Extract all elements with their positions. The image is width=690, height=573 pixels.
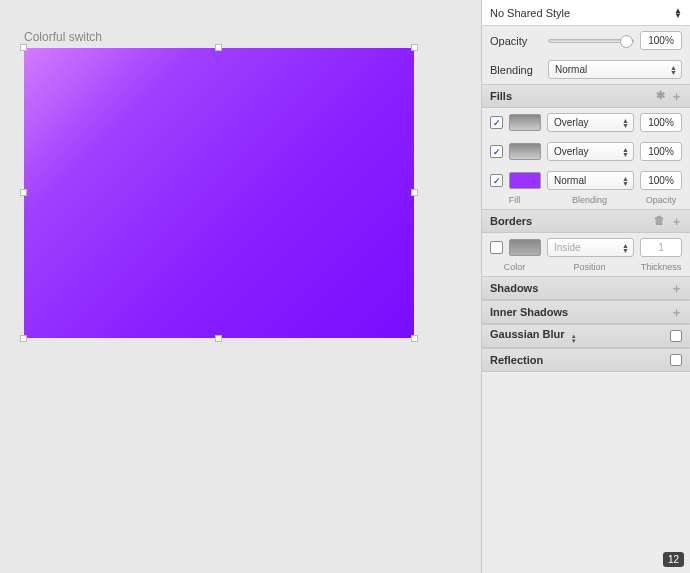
resize-handle-bottom-left[interactable] xyxy=(20,335,27,342)
opacity-slider[interactable] xyxy=(548,39,634,43)
shared-style-dropdown[interactable]: No Shared Style ▲▼ xyxy=(482,0,690,26)
inner-shadows-section-header: Inner Shadows ＋ xyxy=(482,300,690,324)
blending-dropdown[interactable]: Normal ▲▼ xyxy=(548,60,682,79)
opacity-row: Opacity 100% xyxy=(482,26,690,55)
chevron-updown-icon: ▲▼ xyxy=(622,147,629,157)
shadows-header-label: Shadows xyxy=(490,282,538,294)
fill-opacity-field[interactable]: 100% xyxy=(640,171,682,190)
fill-row-1: ✓ Overlay▲▼ 100% xyxy=(482,137,690,166)
resize-handle-mid-left[interactable] xyxy=(20,189,27,196)
blending-value: Normal xyxy=(555,64,587,75)
blur-checkbox[interactable] xyxy=(670,330,682,342)
fill-checkbox[interactable]: ✓ xyxy=(490,116,503,129)
opacity-value-field[interactable]: 100% xyxy=(640,31,682,50)
border-checkbox[interactable] xyxy=(490,241,503,254)
opacity-label: Opacity xyxy=(490,35,542,47)
fill-swatch[interactable] xyxy=(509,114,541,131)
border-color-swatch[interactable] xyxy=(509,239,541,256)
border-thickness-field[interactable]: 1 xyxy=(640,238,682,257)
fill-blend-dropdown[interactable]: Overlay▲▼ xyxy=(547,113,634,132)
shadows-section-header: Shadows ＋ xyxy=(482,276,690,300)
fill-swatch[interactable] xyxy=(509,172,541,189)
plus-icon[interactable]: ＋ xyxy=(671,281,682,296)
slider-thumb[interactable] xyxy=(620,35,633,48)
resize-handle-bottom-mid[interactable] xyxy=(215,335,222,342)
plus-icon[interactable]: ＋ xyxy=(671,89,682,104)
chevron-updown-icon: ▲▼ xyxy=(622,118,629,128)
inspector-panel: No Shared Style ▲▼ Opacity 100% Blending… xyxy=(481,0,690,573)
fill-blend-dropdown[interactable]: Normal▲▼ xyxy=(547,171,634,190)
fill-checkbox[interactable]: ✓ xyxy=(490,145,503,158)
fill-row-0: ✓ Overlay▲▼ 100% xyxy=(482,108,690,137)
borders-header-label: Borders xyxy=(490,215,532,227)
canvas-area[interactable]: Colorful switch xyxy=(0,0,481,573)
gaussian-blur-header-label: Gaussian Blur xyxy=(490,328,565,340)
border-position-dropdown[interactable]: Inside▲▼ xyxy=(547,238,634,257)
shared-style-value: No Shared Style xyxy=(490,7,570,19)
chevron-updown-icon: ▲▼ xyxy=(622,176,629,186)
borders-column-labels: Color Position Thickness xyxy=(482,262,690,276)
resize-handle-mid-right[interactable] xyxy=(411,189,418,196)
counter-badge: 12 xyxy=(663,552,684,567)
fills-column-labels: Fill Blending Opacity xyxy=(482,195,690,209)
reflection-header-label: Reflection xyxy=(490,354,543,366)
chevron-updown-icon: ▲▼ xyxy=(674,8,682,18)
fill-opacity-field[interactable]: 100% xyxy=(640,142,682,161)
fill-row-2: ✓ Normal▲▼ 100% xyxy=(482,166,690,195)
resize-handle-top-right[interactable] xyxy=(411,44,418,51)
fill-checkbox[interactable]: ✓ xyxy=(490,174,503,187)
plus-icon[interactable]: ＋ xyxy=(671,214,682,229)
plus-icon[interactable]: ＋ xyxy=(671,305,682,320)
inner-shadows-header-label: Inner Shadows xyxy=(490,306,568,318)
fill-blend-dropdown[interactable]: Overlay▲▼ xyxy=(547,142,634,161)
blending-label: Blending xyxy=(490,64,542,76)
border-row-0: Inside▲▼ 1 xyxy=(482,233,690,262)
resize-handle-top-left[interactable] xyxy=(20,44,27,51)
blending-row: Blending Normal ▲▼ xyxy=(482,55,690,84)
resize-handle-bottom-right[interactable] xyxy=(411,335,418,342)
gear-icon[interactable]: ✱ xyxy=(656,89,665,104)
chevron-updown-icon: ▲▼ xyxy=(622,243,629,253)
borders-section-header: Borders 🗑 ＋ xyxy=(482,209,690,233)
resize-handle-top-mid[interactable] xyxy=(215,44,222,51)
chevron-updown-icon: ▲▼ xyxy=(670,65,677,75)
selected-shape[interactable] xyxy=(24,48,414,338)
gaussian-blur-section-header: Gaussian Blur ▲▼ xyxy=(482,324,690,348)
fills-header-label: Fills xyxy=(490,90,512,102)
chevron-updown-icon[interactable]: ▲▼ xyxy=(571,334,577,344)
layer-name-label: Colorful switch xyxy=(24,30,102,44)
reflection-checkbox[interactable] xyxy=(670,354,682,366)
fills-section-header: Fills ✱ ＋ xyxy=(482,84,690,108)
reflection-section-header: Reflection xyxy=(482,348,690,372)
trash-icon[interactable]: 🗑 xyxy=(654,214,665,229)
fill-opacity-field[interactable]: 100% xyxy=(640,113,682,132)
fill-swatch[interactable] xyxy=(509,143,541,160)
